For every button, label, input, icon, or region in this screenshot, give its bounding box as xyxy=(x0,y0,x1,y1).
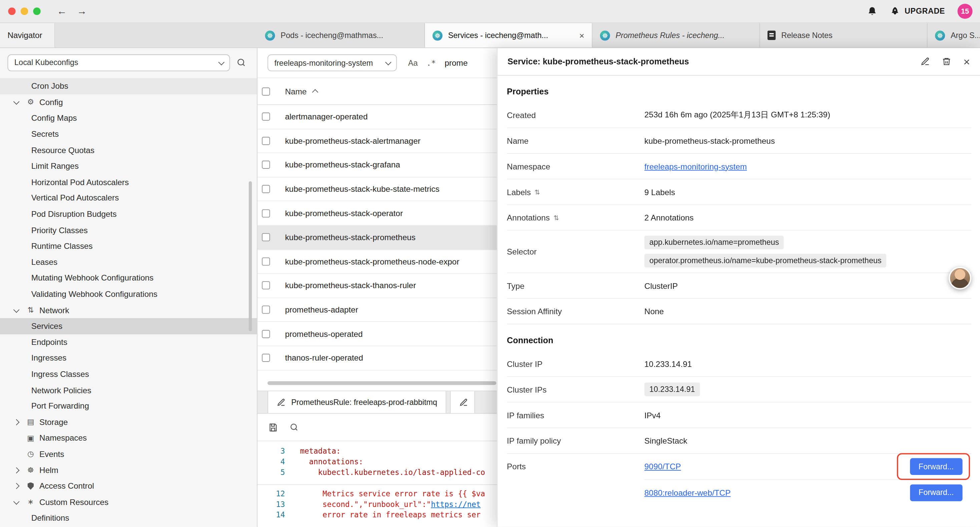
row-checkbox[interactable] xyxy=(262,306,270,314)
chevron-right-icon[interactable] xyxy=(14,483,19,489)
edit-service-icon[interactable] xyxy=(921,57,930,66)
navigator-panel-tab[interactable]: Navigator xyxy=(0,23,55,47)
detail-row-namespace: Namespacefreeleaps-monitoring-system xyxy=(507,154,971,180)
chevron-down-icon[interactable] xyxy=(14,99,19,104)
sidebar-item-pod-disruption-budgets[interactable]: Pod Disruption Budgets xyxy=(0,206,257,222)
chevron-down-icon[interactable] xyxy=(14,498,19,504)
code-text: kubectl.kubernetes.io/last-applied-co xyxy=(293,468,485,478)
content-area: Local Kubeconfigs Cron Jobs⚙ConfigConfig… xyxy=(0,48,980,527)
sidebar-item-label: Runtime Classes xyxy=(31,242,93,251)
sidebar-item-runtime-classes[interactable]: Runtime Classes xyxy=(0,238,257,254)
search-input[interactable]: prome xyxy=(445,58,468,67)
sidebar-item-access-control[interactable]: Access Control xyxy=(0,478,257,494)
sidebar-item-limit-ranges[interactable]: Limit Ranges xyxy=(0,158,257,174)
detail-row-name: Namekube-prometheus-stack-prometheus xyxy=(507,128,971,154)
chevron-cell xyxy=(14,484,24,488)
save-file-icon[interactable] xyxy=(268,422,278,432)
sidebar-item-port-forwarding[interactable]: Port Forwarding xyxy=(0,398,257,414)
close-panel-icon[interactable]: × xyxy=(963,56,970,67)
row-checkbox[interactable] xyxy=(262,282,270,290)
row-checkbox[interactable] xyxy=(262,185,270,193)
row-checkbox[interactable] xyxy=(262,354,270,362)
sort-toggle-icon[interactable]: ⇅ xyxy=(554,214,559,221)
editor-search-icon[interactable] xyxy=(290,423,299,432)
sidebar-item-validating-webhook-configurations[interactable]: Validating Webhook Configurations xyxy=(0,286,257,302)
sidebar-item-network[interactable]: ⇅Network xyxy=(0,302,257,318)
sidebar-item-mutating-webhook-configurations[interactable]: Mutating Webhook Configurations xyxy=(0,270,257,286)
sidebar-item-namespaces[interactable]: ▣Namespaces xyxy=(0,430,257,446)
sort-ascending-icon[interactable] xyxy=(312,89,318,95)
editor-tab-next[interactable] xyxy=(450,391,475,413)
sidebar-item-storage[interactable]: ▤Storage xyxy=(0,414,257,430)
port-link[interactable]: 8080:reloader-web/TCP xyxy=(644,488,731,497)
sidebar-item-network-policies[interactable]: Network Policies xyxy=(0,382,257,398)
sidebar-item-config[interactable]: ⚙Config xyxy=(0,94,257,110)
row-checkbox[interactable] xyxy=(262,113,270,121)
sidebar-item-helm[interactable]: ☸Helm xyxy=(0,462,257,478)
sidebar-item-horizontal-pod-autoscalers[interactable]: Horizontal Pod Autoscalers xyxy=(0,174,257,190)
notification-count-badge[interactable]: 15 xyxy=(958,4,973,19)
tab-services-icecheng-math[interactable]: ☸Services - icecheng@math...× xyxy=(425,23,592,47)
tab-pods-icecheng-mathmas[interactable]: ☸Pods - icecheng@mathmas... xyxy=(258,23,425,47)
kubernetes-icon: ☸ xyxy=(600,30,610,40)
sidebar-item-secrets[interactable]: Secrets xyxy=(0,126,257,142)
detail-row-value: ClusterIP xyxy=(644,281,971,290)
back-icon[interactable]: ← xyxy=(57,6,67,16)
name-column-header[interactable]: Name xyxy=(285,87,307,96)
value-chip: 10.233.14.91 xyxy=(644,382,700,396)
sidebar-item-definitions[interactable]: Definitions xyxy=(0,510,257,526)
floating-avatar-bubble[interactable] xyxy=(949,267,971,289)
namespace-link[interactable]: freeleaps-monitoring-system xyxy=(644,161,747,171)
sidebar-item-cron-jobs[interactable]: Cron Jobs xyxy=(0,78,257,94)
tab-release-notes[interactable]: Release Notes xyxy=(760,23,927,47)
sort-toggle-icon[interactable]: ⇅ xyxy=(535,188,540,196)
row-checkbox[interactable] xyxy=(262,233,270,241)
zoom-window-button[interactable] xyxy=(33,7,40,15)
tab-prometheus-rules-icecheng[interactable]: ☸Prometheus Rules - icecheng... xyxy=(592,23,760,47)
custom-resources-icon: ∗ xyxy=(24,498,37,506)
forward-icon[interactable]: → xyxy=(77,6,87,16)
sidebar-item-resource-quotas[interactable]: Resource Quotas xyxy=(0,142,257,158)
sidebar-item-config-maps[interactable]: Config Maps xyxy=(0,110,257,126)
forward-button[interactable]: Forward... xyxy=(910,458,963,475)
helm-icon: ☸ xyxy=(24,466,37,474)
match-case-toggle[interactable]: Aa xyxy=(408,58,418,67)
notifications-bell-icon[interactable] xyxy=(867,6,878,17)
close-window-button[interactable] xyxy=(8,7,15,15)
sidebar-item-vertical-pod-autoscalers[interactable]: Vertical Pod Autoscalers xyxy=(0,190,257,206)
select-all-checkbox[interactable] xyxy=(262,87,270,95)
sidebar-search-icon[interactable] xyxy=(236,57,246,67)
sidebar-item-services[interactable]: Services xyxy=(0,318,257,334)
port-link[interactable]: 9090/TCP xyxy=(644,462,681,471)
sidebar-item-ingress-classes[interactable]: Ingress Classes xyxy=(0,366,257,382)
editor-tab-prometheusrule[interactable]: PrometheusRule: freeleaps-prod-rabbitmq xyxy=(267,391,447,413)
row-checkbox[interactable] xyxy=(262,137,270,145)
detail-row-value: IPv4 xyxy=(644,410,971,420)
table-horizontal-scrollbar[interactable] xyxy=(267,381,496,385)
kubernetes-icon: ☸ xyxy=(433,30,442,40)
sidebar-item-endpoints[interactable]: Endpoints xyxy=(0,334,257,350)
kubeconfig-selector[interactable]: Local Kubeconfigs xyxy=(7,54,230,71)
upgrade-button[interactable]: UPGRADE xyxy=(890,6,945,16)
close-tab-icon[interactable]: × xyxy=(579,30,584,40)
sidebar-item-priority-classes[interactable]: Priority Classes xyxy=(0,222,257,238)
namespace-filter[interactable]: freeleaps-monitoring-system xyxy=(267,54,397,72)
row-checkbox[interactable] xyxy=(262,330,270,338)
sidebar-item-leases[interactable]: Leases xyxy=(0,254,257,270)
minimize-window-button[interactable] xyxy=(21,7,28,15)
row-checkbox[interactable] xyxy=(262,258,270,266)
tab-argo-s[interactable]: ☸Argo S... xyxy=(928,23,980,47)
chevron-down-icon[interactable] xyxy=(14,307,19,312)
forward-button[interactable]: Forward... xyxy=(910,484,963,501)
row-checkbox[interactable] xyxy=(262,209,270,217)
sidebar-item-label: Resource Quotas xyxy=(31,145,95,155)
sidebar-item-custom-resources[interactable]: ∗Custom Resources xyxy=(0,494,257,510)
chevron-right-icon[interactable] xyxy=(14,419,19,425)
sidebar-item-ingresses[interactable]: Ingresses xyxy=(0,350,257,366)
delete-service-icon[interactable] xyxy=(942,57,951,66)
sidebar-item-events[interactable]: ◷Events xyxy=(0,446,257,462)
row-checkbox[interactable] xyxy=(262,161,270,169)
regex-toggle[interactable]: .* xyxy=(426,58,436,67)
sidebar-scrollbar[interactable] xyxy=(249,181,252,331)
chevron-right-icon[interactable] xyxy=(14,467,19,473)
